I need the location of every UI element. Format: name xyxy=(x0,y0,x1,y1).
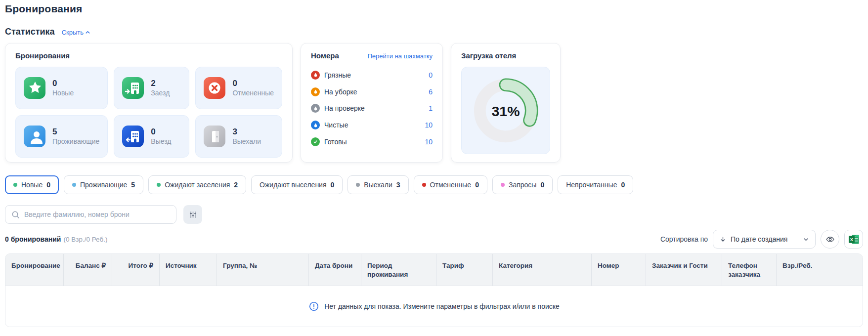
column-header-group: Группа, № xyxy=(217,254,309,286)
search-box[interactable] xyxy=(5,205,176,224)
tile-label: Выехали xyxy=(232,137,261,145)
room-status-row-dirty[interactable]: Грязные 0 xyxy=(311,71,433,80)
chevron-down-icon xyxy=(803,236,809,243)
toggle-columns-visibility-button[interactable] xyxy=(821,230,839,249)
tile-label: Проживающие xyxy=(52,137,99,145)
bookings-stats-card: Бронирования 0Новые 2Заезд xyxy=(5,43,293,163)
table-header-row: Бронирование Баланс ₽ Итого ₽ Источник Г… xyxy=(5,254,863,286)
results-count: 0 бронирований xyxy=(5,235,61,243)
column-header-customer-phone: Телефон заказчика xyxy=(722,254,777,286)
column-header-adults-children: Взр./Реб. xyxy=(777,254,863,286)
room-status-label: Чистые xyxy=(324,121,348,129)
filter-pill-new[interactable]: Новые 0 xyxy=(5,175,59,194)
room-status-row-cleaning[interactable]: На уборке 6 xyxy=(311,87,433,96)
go-to-chessboard-link[interactable]: Перейти на шахматку xyxy=(368,52,433,60)
results-toolbar: 0 бронирований (0 Взр./0 Реб.) Сортировк… xyxy=(5,230,863,249)
guest-icon xyxy=(24,126,45,147)
door-icon xyxy=(204,126,225,147)
tile-value: 0 xyxy=(151,127,171,137)
eye-icon xyxy=(825,235,835,244)
filter-pill-cancelled[interactable]: Отмененные 0 xyxy=(414,175,487,194)
stat-tile-cancelled[interactable]: 0Отмененные xyxy=(195,67,282,109)
building-checkout-icon xyxy=(122,126,144,147)
stat-tile-checkout[interactable]: 0Выезд xyxy=(114,115,189,158)
stat-tile-new[interactable]: 0Новые xyxy=(15,67,108,109)
star-icon xyxy=(24,77,45,99)
pill-count: 0 xyxy=(540,181,544,189)
tile-value: 0 xyxy=(52,79,74,88)
droplet-icon xyxy=(311,87,320,96)
room-status-list: Грязные 0 На уборке 6 На проверке 1 Чист… xyxy=(311,63,433,154)
stat-tile-inhouse[interactable]: 5Проживающие xyxy=(15,115,108,158)
filter-pill-requests[interactable]: Запросы 0 xyxy=(492,175,553,194)
column-header-room: Номер xyxy=(592,254,646,286)
status-dot xyxy=(501,183,505,187)
excel-icon: X xyxy=(848,234,860,245)
column-header-source: Источник xyxy=(160,254,217,286)
search-icon xyxy=(11,210,20,219)
column-header-rate: Тариф xyxy=(436,254,493,286)
statistics-title: Статистика xyxy=(5,27,55,37)
room-status-label: Грязные xyxy=(324,71,351,79)
filter-pill-unread[interactable]: Непрочитанные 0 xyxy=(558,175,633,194)
room-status-count: 10 xyxy=(425,138,433,146)
rooms-stats-card: Номера Перейти на шахматку Грязные 0 На … xyxy=(301,43,443,163)
cancel-icon xyxy=(204,77,225,99)
svg-text:X: X xyxy=(850,237,853,242)
advanced-filters-button[interactable] xyxy=(183,205,202,224)
info-alert-icon xyxy=(308,301,319,312)
room-status-count: 1 xyxy=(429,104,433,112)
results-detail: (0 Взр./0 Реб.) xyxy=(63,236,107,243)
column-header-total: Итого ₽ xyxy=(112,254,160,286)
pill-label: Запросы xyxy=(509,181,536,189)
column-header-category: Категория xyxy=(493,254,592,286)
tile-label: Заезд xyxy=(151,89,170,97)
pill-label: Непрочитанные xyxy=(566,181,617,189)
column-header-booking: Бронирование xyxy=(5,254,64,286)
sort-value: По дате создания xyxy=(731,235,799,243)
pill-label: Выехали xyxy=(364,181,392,189)
status-dot xyxy=(72,183,76,187)
search-input[interactable] xyxy=(24,210,170,218)
tile-label: Новые xyxy=(52,89,74,97)
status-dot xyxy=(157,183,161,187)
tile-value: 3 xyxy=(232,127,261,137)
tile-label: Выезд xyxy=(151,137,171,145)
bookings-page: Бронирования Статистика Скрыть Бронирова… xyxy=(0,0,868,327)
tile-value: 2 xyxy=(151,79,170,88)
room-status-label: Готовы xyxy=(324,138,347,146)
sort-label: Сортировка по xyxy=(660,235,708,243)
bookings-tile-grid: 0Новые 2Заезд 0Отмененные xyxy=(15,67,282,158)
room-status-row-clean[interactable]: Чистые 10 xyxy=(311,121,433,129)
export-excel-button[interactable]: X xyxy=(844,230,863,249)
hide-statistics-link[interactable]: Скрыть xyxy=(62,29,90,36)
filter-pill-awaiting-checkin[interactable]: Ожидают заселения 2 xyxy=(148,175,246,194)
pill-count: 0 xyxy=(621,181,625,189)
pill-count: 3 xyxy=(396,181,400,189)
stat-tile-departed[interactable]: 3Выехали xyxy=(195,115,282,158)
room-status-row-inspection[interactable]: На проверке 1 xyxy=(311,104,433,113)
status-dot xyxy=(356,183,360,187)
pill-count: 5 xyxy=(131,181,135,189)
column-header-balance: Баланс ₽ xyxy=(64,254,112,286)
pill-count: 0 xyxy=(331,181,335,189)
stat-tile-checkin[interactable]: 2Заезд xyxy=(114,67,189,109)
filter-pill-inhouse[interactable]: Проживающие 5 xyxy=(64,175,143,194)
room-status-count: 10 xyxy=(425,121,433,129)
pill-label: Ожидают заселения xyxy=(165,181,230,189)
building-checkin-icon xyxy=(122,77,144,99)
bookings-table: Бронирование Баланс ₽ Итого ₽ Источник Г… xyxy=(5,253,863,327)
pill-count: 0 xyxy=(475,181,479,189)
statistics-cards: Бронирования 0Новые 2Заезд xyxy=(5,43,863,163)
pill-label: Новые xyxy=(21,181,43,189)
sort-dropdown[interactable]: По дате создания xyxy=(713,230,816,249)
room-status-count: 0 xyxy=(429,71,433,79)
occupancy-card: Загрузка отеля 31% xyxy=(451,43,561,163)
filter-pill-awaiting-checkout[interactable]: Ожидают выселения 0 xyxy=(251,175,343,194)
room-status-row-ready[interactable]: Готовы 10 xyxy=(311,137,433,146)
sliders-icon xyxy=(189,210,197,219)
filter-pill-departed[interactable]: Выехали 3 xyxy=(347,175,408,194)
pill-label: Проживающие xyxy=(80,181,127,189)
chevron-up-icon xyxy=(85,30,90,35)
room-status-count: 6 xyxy=(429,88,433,96)
